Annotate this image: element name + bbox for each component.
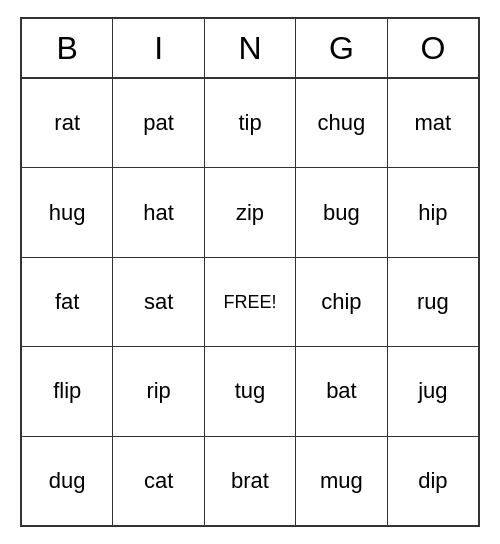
header-letter: N xyxy=(205,19,296,77)
bingo-cell: dug xyxy=(22,437,113,525)
bingo-cell: flip xyxy=(22,347,113,435)
bingo-cell: mat xyxy=(388,79,478,167)
bingo-card: BINGO ratpattipchugmathughatzipbughipfat… xyxy=(20,17,480,527)
header-letter: B xyxy=(22,19,113,77)
bingo-cell: tug xyxy=(205,347,296,435)
bingo-cell: bat xyxy=(296,347,387,435)
bingo-cell: jug xyxy=(388,347,478,435)
bingo-row: dugcatbratmugdip xyxy=(22,437,478,525)
bingo-cell: sat xyxy=(113,258,204,346)
header-letter: O xyxy=(388,19,478,77)
bingo-cell: tip xyxy=(205,79,296,167)
bingo-cell: hug xyxy=(22,168,113,256)
bingo-row: ratpattipchugmat xyxy=(22,79,478,168)
bingo-cell: hat xyxy=(113,168,204,256)
bingo-header: BINGO xyxy=(22,19,478,79)
bingo-row: fatsatFREE!chiprug xyxy=(22,258,478,347)
header-letter: I xyxy=(113,19,204,77)
bingo-cell: zip xyxy=(205,168,296,256)
bingo-cell: hip xyxy=(388,168,478,256)
bingo-cell: dip xyxy=(388,437,478,525)
bingo-cell: FREE! xyxy=(205,258,296,346)
header-letter: G xyxy=(296,19,387,77)
bingo-cell: mug xyxy=(296,437,387,525)
bingo-cell: chug xyxy=(296,79,387,167)
bingo-cell: pat xyxy=(113,79,204,167)
bingo-cell: chip xyxy=(296,258,387,346)
bingo-grid: ratpattipchugmathughatzipbughipfatsatFRE… xyxy=(22,79,478,525)
bingo-cell: rip xyxy=(113,347,204,435)
bingo-row: flipriptugbatjug xyxy=(22,347,478,436)
bingo-cell: rat xyxy=(22,79,113,167)
bingo-cell: fat xyxy=(22,258,113,346)
bingo-row: hughatzipbughip xyxy=(22,168,478,257)
bingo-cell: cat xyxy=(113,437,204,525)
bingo-cell: brat xyxy=(205,437,296,525)
bingo-cell: rug xyxy=(388,258,478,346)
bingo-cell: bug xyxy=(296,168,387,256)
